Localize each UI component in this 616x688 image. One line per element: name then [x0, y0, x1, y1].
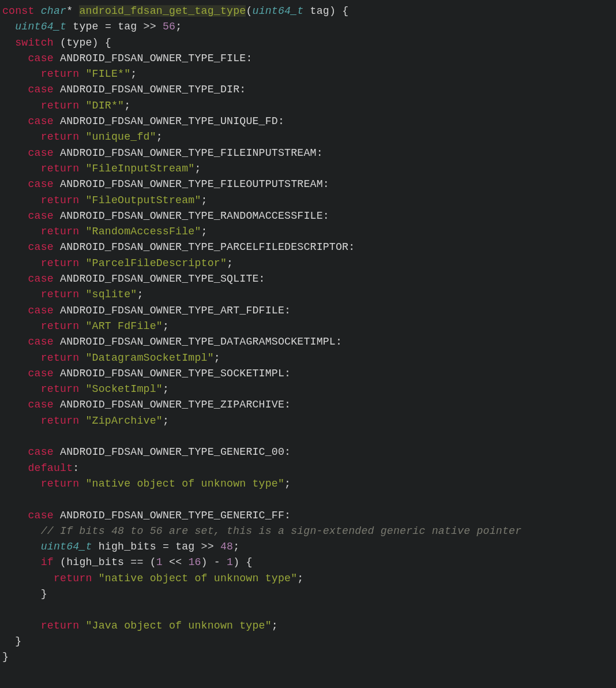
code-line: return "native object of unknown type"; — [2, 573, 303, 584]
code-line: case ANDROID_FDSAN_OWNER_TYPE_RANDOMACCE… — [2, 210, 329, 222]
code-line: case ANDROID_FDSAN_OWNER_TYPE_FILEOUTPUT… — [2, 178, 329, 190]
code-line: return "DIR*"; — [2, 100, 130, 111]
code-line: uint64_t type = tag >> 56; — [2, 21, 182, 32]
code-line: return "FileInputStream"; — [2, 163, 201, 174]
code-line: case ANDROID_FDSAN_OWNER_TYPE_GENERIC_00… — [2, 446, 291, 458]
code-line: case ANDROID_FDSAN_OWNER_TYPE_DIR: — [2, 84, 246, 95]
code-line: case ANDROID_FDSAN_OWNER_TYPE_UNIQUE_FD: — [2, 115, 284, 127]
code-line: case ANDROID_FDSAN_OWNER_TYPE_FILEINPUTS… — [2, 147, 323, 159]
comment: // If bits 48 to 56 are set, this is a s… — [41, 525, 522, 537]
code-line: return "ART FdFile"; — [2, 320, 169, 332]
code-line: case ANDROID_FDSAN_OWNER_TYPE_SOCKETIMPL… — [2, 368, 291, 379]
code-line: } — [2, 651, 9, 663]
code-line: return "ZipArchive"; — [2, 415, 169, 427]
code-line: uint64_t high_bits = tag >> 48; — [2, 541, 239, 552]
code-line: case ANDROID_FDSAN_OWNER_TYPE_ART_FDFILE… — [2, 305, 291, 316]
code-line: return "SocketImpl"; — [2, 383, 169, 395]
code-line: return "native object of unknown type"; — [2, 478, 291, 489]
code-line: return "FILE*"; — [2, 68, 137, 80]
code-line: const char* android_fdsan_get_tag_type(u… — [2, 5, 348, 17]
code-line — [2, 431, 9, 442]
code-editor[interactable]: const char* android_fdsan_get_tag_type(u… — [0, 0, 616, 668]
code-line: return "ParcelFileDescriptor"; — [2, 257, 233, 269]
code-line: return "RandomAccessFile"; — [2, 226, 208, 237]
code-line: } — [2, 635, 21, 647]
code-line: return "Java object of unknown type"; — [2, 620, 278, 631]
code-line: // If bits 48 to 56 are set, this is a s… — [2, 525, 521, 537]
code-line: case ANDROID_FDSAN_OWNER_TYPE_GENERIC_FF… — [2, 510, 291, 521]
code-line: case ANDROID_FDSAN_OWNER_TYPE_SQLITE: — [2, 273, 265, 285]
code-line: case ANDROID_FDSAN_OWNER_TYPE_ZIPARCHIVE… — [2, 399, 291, 410]
code-line: switch (type) { — [2, 37, 111, 48]
code-line: if (high_bits == (1 << 16) - 1) { — [2, 556, 253, 568]
code-line: return "sqlite"; — [2, 289, 144, 300]
code-line: case ANDROID_FDSAN_OWNER_TYPE_FILE: — [2, 53, 253, 64]
code-line: case ANDROID_FDSAN_OWNER_TYPE_PARCELFILE… — [2, 241, 355, 253]
code-line — [2, 493, 9, 505]
function-name: android_fdsan_get_tag_type — [79, 5, 246, 17]
code-line: return "unique_fd"; — [2, 131, 163, 143]
code-line: } — [2, 588, 47, 600]
code-line — [2, 604, 9, 615]
code-line: default: — [2, 462, 79, 474]
code-line: case ANDROID_FDSAN_OWNER_TYPE_DATAGRAMSO… — [2, 336, 342, 347]
code-line: return "FileOutputStream"; — [2, 195, 208, 206]
code-line: return "DatagramSocketImpl"; — [2, 352, 220, 364]
